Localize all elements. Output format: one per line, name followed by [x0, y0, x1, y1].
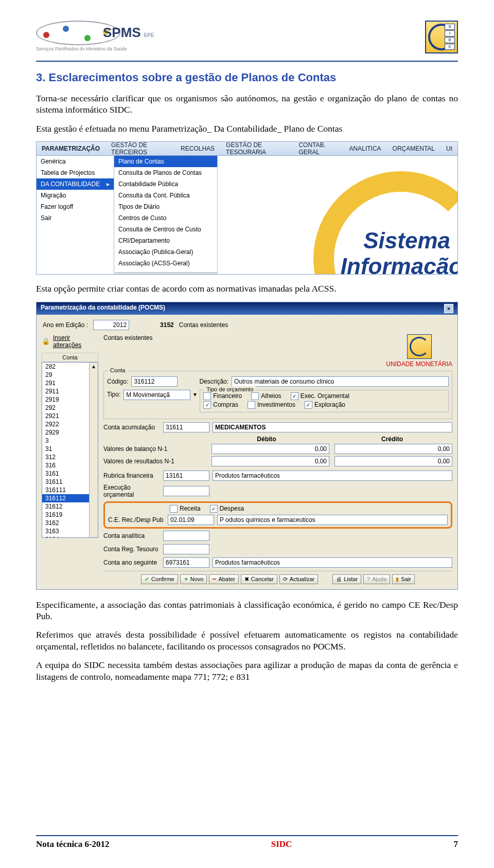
footer-center: SIDC [271, 839, 292, 849]
val-res-debito[interactable]: 0,00 [211, 456, 329, 466]
rubrica-input[interactable]: 13161 [163, 471, 209, 481]
conta-listbox[interactable]: ▲ 282 29 291 2911 2919 292 2921 2922 292… [42, 362, 98, 538]
menubar-item[interactable]: ANALITICA [349, 145, 381, 152]
ano-label: Ano em Edição : [43, 321, 88, 329]
inserir-link[interactable]: Inserir alterações [53, 334, 98, 349]
conta-header: Conta [42, 353, 98, 362]
app-background: Sistema Informação [218, 156, 457, 274]
chk-investimentos[interactable]: Investimentos [248, 401, 295, 409]
tipo-label: Tipo: [107, 390, 120, 398]
submenu-item[interactable]: Tipos de Diário [114, 201, 217, 212]
highlighted-ce-row: Receita ✓Despesa C.E. Rec./Desp Pub 02.0… [103, 501, 452, 529]
paragraph-3: Esta opção permite criar contas de acord… [36, 283, 458, 294]
descricao-label: Descrição: [199, 378, 228, 385]
menubar-item[interactable]: ORÇAMENTAL [393, 145, 435, 152]
ajuda-button[interactable]: ?Ajuda [363, 574, 390, 584]
val-bal-debito[interactable]: 0,00 [211, 444, 329, 454]
document-page: SPMSEPE Serviços Partilhados do Ministér… [0, 0, 494, 868]
conta-reg-tesouro-input[interactable] [163, 544, 209, 554]
menubar-item[interactable]: GESTÃO DE TESOURARIA [226, 141, 287, 156]
submenu-item[interactable]: Consulta de Planos de Contas [114, 167, 217, 178]
submenu-item[interactable]: Centros de Custo [114, 212, 217, 224]
window-title: Parametrização da contabilidade (POCMS) [41, 304, 165, 313]
listar-button[interactable]: 🖨Listar [332, 574, 361, 584]
left-menu-item-selected[interactable]: DA CONTABILIDADE [37, 178, 114, 190]
spms-epe: EPE [144, 32, 154, 38]
tipo-select[interactable]: M Movimentaçã [123, 390, 190, 400]
count-number: 3152 [160, 321, 174, 329]
conta-reg-tesouro-label: Conta Reg. Tesouro [103, 546, 160, 553]
conta-analitica-input[interactable] [163, 531, 209, 541]
screenshot-form: Parametrização da contabilidade (POCMS) … [36, 302, 458, 590]
sidc-logo: S I D C [425, 21, 458, 53]
submenu-item[interactable]: Consulta de Centros de Custo [114, 224, 217, 235]
button-bar: ✔Confirme ✦Novo ━Abater ✖Cancelar ⟳Actua… [103, 571, 452, 584]
left-menu-item[interactable]: Sair [37, 212, 114, 224]
descricao-input[interactable]: Outros materiais de consumo clínico [232, 376, 449, 387]
chk-exploracao[interactable]: ✓Exploração [305, 401, 345, 409]
abater-button[interactable]: ━Abater [209, 574, 238, 584]
submenu-item[interactable]: CRI/Departamento [114, 235, 217, 246]
tipo-orc-title: Tipo de orçamento [204, 386, 255, 392]
footer-rule [36, 835, 458, 836]
chk-financeiro[interactable]: Financeiro [203, 392, 242, 400]
spms-logo: SPMSEPE Serviços Partilhados do Ministér… [36, 21, 160, 51]
header-rule [36, 61, 458, 62]
window-titlebar[interactable]: Parametrização da contabilidade (POCMS) … [37, 302, 457, 315]
close-icon[interactable]: × [444, 304, 453, 313]
codigo-input[interactable]: 316112 [131, 376, 178, 387]
chk-receita[interactable]: Receita [170, 505, 201, 513]
execorc-label: Execução orçamental [103, 484, 160, 498]
left-menu-item[interactable]: Fazer logoff [37, 201, 114, 212]
submenu-item[interactable]: Associação (ACSS-Geral) [114, 258, 217, 269]
conta-acum-input[interactable]: 31611 [163, 422, 209, 432]
confirme-button[interactable]: ✔Confirme [141, 574, 178, 584]
menubar-item[interactable]: PARAMETRIZAÇÃO [42, 145, 100, 152]
contas-existentes-label: Contas existentes [103, 334, 152, 341]
bg-word-sistema: Sistema [363, 228, 450, 254]
submenu-item[interactable]: Associação (Publica-Geral) [114, 246, 217, 258]
conta-analitica-label: Conta analítica [103, 532, 160, 539]
unidade-monetaria-label: UNIDADE MONETÁRIA [386, 360, 452, 368]
sair-button[interactable]: ▮Sair [392, 574, 415, 584]
chk-execorc[interactable]: ✓Exec. Orçamental [291, 392, 349, 400]
cancelar-button[interactable]: ✖Cancelar [241, 574, 277, 584]
conta-ano-seg-input[interactable]: 6973161 [163, 557, 209, 568]
conta-acum-label: Conta acumulação [103, 424, 160, 431]
debito-header: Débito [206, 436, 327, 443]
ce-desc: P odutos quimicos e farmaceuticos [217, 515, 448, 525]
scrollbar[interactable]: ▲ [89, 363, 98, 537]
menubar-item[interactable]: RECOLHAS [181, 145, 215, 152]
ce-label: C.E. Rec./Desp Pub [108, 516, 165, 523]
ano-input[interactable]: 2012 [93, 320, 129, 330]
val-res-credito[interactable]: 0,00 [334, 456, 452, 466]
menubar-item[interactable]: Ut [446, 145, 452, 152]
conta-ano-seg-desc: Produtos farmacêuticos [213, 557, 452, 568]
chk-despesa[interactable]: ✓Despesa [210, 505, 244, 513]
spms-word: SPMS [103, 25, 141, 40]
actualizar-button[interactable]: ⟳Actualizar [279, 574, 318, 584]
menubar-item[interactable]: GESTÃO DE TERCEIROS [111, 141, 169, 156]
left-menu-item[interactable]: Migração [37, 190, 114, 201]
dropdown-icon[interactable]: ▾ [193, 390, 197, 398]
chk-compras[interactable]: ✓Compras [203, 401, 238, 409]
spms-subtitle: Serviços Partilhados do Ministério da Sa… [36, 46, 160, 51]
ce-input[interactable]: 02.01.09 [168, 515, 214, 525]
chk-alheios[interactable]: Alheios [251, 392, 281, 400]
footer-right: 7 [453, 839, 458, 849]
conta-acum-desc: MEDICAMENTOS [213, 422, 452, 432]
footer-left: Nota técnica 6-2012 [36, 839, 110, 849]
submenu-item-selected[interactable]: Plano de Contas [114, 156, 217, 167]
left-menu-item[interactable]: Tabela de Projectos [37, 167, 114, 178]
paragraph-5: Referimos que através desta possibilidad… [36, 629, 458, 652]
novo-button[interactable]: ✦Novo [180, 574, 207, 584]
page-footer: Nota técnica 6-2012 SIDC 7 [36, 839, 458, 849]
submenu-item[interactable]: Consulta da Cont. Pública [114, 190, 217, 201]
left-menu-item[interactable]: Genérica [37, 156, 114, 167]
execorc-input[interactable] [163, 486, 209, 496]
submenu-item[interactable]: Contabilidade Pública [114, 178, 217, 190]
menubar-item[interactable]: CONTAB. GERAL [298, 141, 338, 156]
val-bal-credito[interactable]: 0,00 [334, 444, 452, 454]
screenshot-menu: PARAMETRIZAÇÃO GESTÃO DE TERCEIROS RECOL… [36, 141, 458, 275]
credito-header: Crédito [332, 436, 452, 443]
